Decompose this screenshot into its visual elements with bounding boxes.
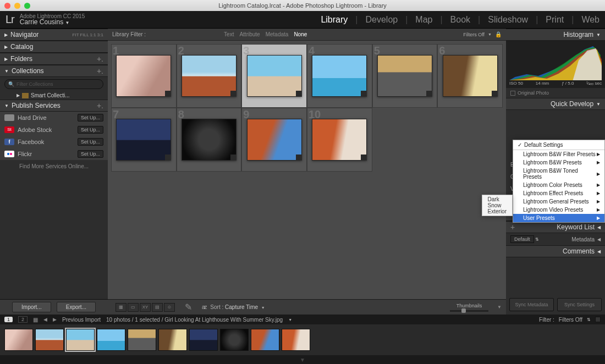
import-button[interactable]: Import... xyxy=(12,302,51,312)
grid-cell[interactable]: 6 xyxy=(437,44,503,108)
photo-thumbnail[interactable] xyxy=(116,119,171,160)
sync-settings-button[interactable]: Sync Settings xyxy=(557,298,602,311)
lock-icon[interactable]: 🔒 xyxy=(495,31,502,37)
photo-thumbnail[interactable] xyxy=(116,55,171,96)
setup-button[interactable]: Set Up... xyxy=(78,126,103,134)
module-web[interactable]: Web xyxy=(581,15,600,25)
panel-folders[interactable]: ▶ Folders +. xyxy=(0,53,108,65)
filmstrip-thumb[interactable] xyxy=(128,329,156,351)
user-name[interactable]: Carrie Cousins xyxy=(20,18,63,26)
setup-button[interactable]: Set Up... xyxy=(78,150,103,158)
panel-catalog[interactable]: ▶ Catalog xyxy=(0,41,108,53)
grid-cell[interactable]: 4 xyxy=(307,44,372,108)
thumbnail-size-slider[interactable]: Thumbnails xyxy=(450,303,488,312)
grid-cell[interactable]: 5 xyxy=(372,44,438,108)
preset-group[interactable]: Lightroom Color Presets▶ xyxy=(513,181,604,189)
sync-metadata-button[interactable]: Sync Metadata xyxy=(509,298,554,311)
filter-dropdown[interactable]: Filters Off xyxy=(559,317,582,323)
module-slideshow[interactable]: Slideshow xyxy=(488,15,528,25)
panel-keywordlist[interactable]: + Keyword List ◀ xyxy=(506,221,605,233)
grid-view-icon[interactable]: ▦ xyxy=(116,303,127,312)
publish-facebook[interactable]: f Facebook Set Up... xyxy=(0,136,108,148)
photo-thumbnail[interactable] xyxy=(312,55,367,96)
grid-cell[interactable]: 8 xyxy=(177,108,242,172)
filmstrip-thumb[interactable] xyxy=(189,329,218,351)
filmstrip-thumb[interactable] xyxy=(97,329,125,351)
preset-group-highlighted[interactable]: User Presets▶ xyxy=(513,214,604,222)
filmstrip-thumb[interactable] xyxy=(158,329,187,351)
grid-cell[interactable]: 9 xyxy=(241,108,307,172)
prev-photo-icon[interactable]: ◀ xyxy=(43,317,47,322)
photo-thumbnail[interactable] xyxy=(247,55,302,96)
preset-default-row[interactable]: ✓Default Settings xyxy=(513,140,604,150)
filmstrip-thumb[interactable] xyxy=(35,329,64,351)
module-print[interactable]: Print xyxy=(546,15,564,25)
filmstrip-thumb[interactable] xyxy=(282,329,310,351)
original-photo-toggle[interactable]: Original Photo xyxy=(506,88,605,98)
source-label[interactable]: Previous Import xyxy=(62,317,101,323)
publish-flickr[interactable]: Flickr Set Up... xyxy=(0,148,108,160)
grid-cell[interactable]: 10 xyxy=(307,108,372,172)
module-book[interactable]: Book xyxy=(450,15,470,25)
panel-publish[interactable]: ▼ Publish Services +. xyxy=(0,100,108,112)
preset-group[interactable]: Lightroom B&W Filter Presets▶ xyxy=(513,150,604,158)
next-photo-icon[interactable]: ▶ xyxy=(53,317,57,322)
add-publish-icon[interactable]: +. xyxy=(97,101,103,110)
filter-tab-attribute[interactable]: Attribute xyxy=(239,31,260,37)
painter-icon[interactable]: ✎ xyxy=(185,302,192,312)
preset-group[interactable]: Lightroom B&W Presets▶ xyxy=(513,158,604,167)
publish-adobestock[interactable]: St Adobe Stock Set Up... xyxy=(0,124,108,136)
module-library[interactable]: Library xyxy=(321,15,348,25)
setup-button[interactable]: Set Up... xyxy=(78,138,103,146)
module-develop[interactable]: Develop xyxy=(365,15,398,25)
panel-collections[interactable]: ▼ Collections +. xyxy=(0,65,108,77)
metadata-label[interactable]: Metadata xyxy=(571,236,595,242)
filmstrip-collapse-handle[interactable]: ▼ xyxy=(0,355,605,364)
user-menu-caret-icon[interactable]: ▼ xyxy=(65,20,70,25)
toolbar-menu-caret-icon[interactable]: ▼ xyxy=(497,305,502,310)
export-button[interactable]: Export... xyxy=(57,302,96,312)
photo-thumbnail[interactable] xyxy=(247,119,302,160)
metadata-set-dropdown[interactable]: Default xyxy=(510,235,534,243)
filter-tab-metadata[interactable]: Metadata xyxy=(266,31,289,37)
photo-thumbnail[interactable] xyxy=(312,119,367,160)
panel-histogram[interactable]: Histogram ▼ xyxy=(506,29,605,41)
sort-direction-icon[interactable]: a↕z xyxy=(202,304,206,310)
smart-collections-row[interactable]: ▶ Smart Collecti... xyxy=(0,91,108,100)
grid-cell[interactable]: 1 xyxy=(111,44,177,108)
filters-off-dropdown[interactable]: Filters Off xyxy=(463,32,485,37)
filmstrip[interactable] xyxy=(0,324,605,355)
preset-submenu-item[interactable]: Dark Snow Exterior xyxy=(482,195,513,216)
setup-button[interactable]: Set Up... xyxy=(78,114,103,122)
filmstrip-thumb-selected[interactable] xyxy=(66,329,95,351)
filmstrip-thumb[interactable] xyxy=(220,329,249,351)
module-map[interactable]: Map xyxy=(415,15,432,25)
preset-group[interactable]: Lightroom B&W Toned Presets▶ xyxy=(513,167,604,181)
photo-thumbnail[interactable] xyxy=(443,55,498,96)
collections-search-input[interactable]: 🔍 Filter Collections xyxy=(4,79,103,89)
panel-comments[interactable]: Comments ◀ xyxy=(506,245,605,257)
navigator-zoom-options[interactable]: FIT FILL 1:1 3:1 xyxy=(73,32,103,37)
grid-cell-selected[interactable]: 3 xyxy=(241,44,307,108)
photo-thumbnail[interactable] xyxy=(182,119,237,160)
survey-view-icon[interactable]: ▤ xyxy=(152,303,163,312)
chevron-down-icon[interactable]: ▼ xyxy=(288,318,292,322)
grid-cell[interactable]: 7 xyxy=(111,108,177,172)
add-keyword-icon[interactable]: + xyxy=(510,223,515,231)
photo-thumbnail[interactable] xyxy=(182,55,237,96)
compare-view-icon[interactable]: XY xyxy=(140,303,151,312)
filter-tab-text[interactable]: Text xyxy=(224,31,234,37)
panel-navigator[interactable]: ▶ Navigator FIT FILL 1:1 3:1 xyxy=(0,29,108,41)
panel-quickdevelop[interactable]: Quick Develop ▼ xyxy=(506,98,605,110)
photo-thumbnail[interactable] xyxy=(377,55,432,96)
filter-switch-icon[interactable] xyxy=(595,317,601,322)
filmstrip-thumb[interactable] xyxy=(4,329,33,351)
filmstrip-thumb[interactable] xyxy=(251,329,279,351)
add-collection-icon[interactable]: +. xyxy=(97,67,103,75)
find-services-link[interactable]: Find More Services Online... xyxy=(0,160,108,173)
preset-group[interactable]: Lightroom Video Presets▶ xyxy=(513,206,604,214)
sort-value-dropdown[interactable]: Capture Time xyxy=(225,304,258,310)
screen-2-button[interactable]: 2 xyxy=(18,316,28,323)
loupe-view-icon[interactable]: ▭ xyxy=(128,303,139,312)
filter-tab-none[interactable]: None xyxy=(294,31,307,37)
